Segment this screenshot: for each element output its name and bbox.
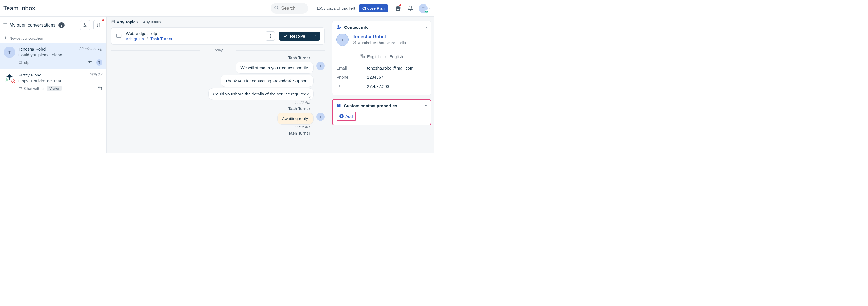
assignee-link[interactable]: Tash Turner (150, 36, 173, 41)
message-avatar: T (316, 62, 325, 70)
divider (312, 5, 312, 12)
svg-point-30 (339, 27, 341, 29)
trial-days-text: 1558 days of trial left (316, 6, 355, 10)
delivered-icon: ✓ (309, 69, 311, 73)
hamburger-icon[interactable] (3, 22, 8, 28)
conversation-item[interactable]: Fuzzy Plane 26th Jul Oops! Couldn't get … (0, 69, 106, 95)
center-column: Any Topic ▾ Any status ▾ Web widget - ot… (106, 17, 330, 153)
status-filter-label: Any status (143, 20, 161, 24)
sidebar-title[interactable]: My open conversations 2 (9, 22, 77, 28)
date-divider: Today (106, 48, 329, 52)
field-value: 1234567 (367, 75, 427, 80)
gifts-icon-button[interactable] (393, 3, 403, 13)
properties-icon (337, 103, 341, 108)
message-text: Thank you for contacting Freshdesk Suppo… (225, 79, 309, 83)
message-sender: Tash Turner (288, 131, 310, 135)
sidebar: My open conversations 2 Newest conversat… (0, 17, 106, 153)
sort-label: Newest conversation (9, 36, 43, 40)
contact-field-ip: IP 27.4.87.203 (336, 82, 427, 91)
resolve-dropdown-button[interactable] (310, 32, 320, 41)
check-icon (283, 34, 288, 38)
message-sender: Tash Turner (288, 56, 310, 60)
reply-icon[interactable] (88, 60, 93, 65)
user-menu[interactable]: T (418, 4, 431, 13)
sort-direction-icon (3, 36, 7, 41)
message-bubble: We will atend to you rrequest shortly. ✓ (236, 62, 313, 74)
field-value: 27.4.87.203 (367, 84, 427, 89)
conversation-avatar (4, 73, 15, 84)
conversation-list: T Tenesha Robel 33 minutes ag Could you … (0, 43, 106, 95)
card-title: Custom contact properties (344, 103, 422, 108)
ticket-title: Web widget - otp (126, 31, 261, 36)
message-group: Tash Turner We will atend to you rreques… (111, 56, 325, 105)
page-title: Team Inbox (3, 5, 35, 12)
field-value: tenesha.robel@mail.com (367, 65, 427, 71)
add-label: Add (345, 114, 353, 119)
status-filter[interactable]: Any status ▾ (143, 20, 164, 24)
message-text: Awaiting reply. (282, 116, 309, 121)
custom-properties-card: Custom contact properties ▾ + Add (332, 99, 431, 126)
reply-icon[interactable] (97, 85, 102, 91)
contact-name-link[interactable]: Tenesha Robel (352, 34, 386, 39)
message-group: Tash Turner Awaiting reply. T 11:12 AM (111, 106, 325, 129)
contact-location-text: Mumbai, Maharashtra, India (357, 41, 406, 45)
user-avatar: T (418, 4, 428, 13)
delivered-icon: ✓ (309, 95, 311, 99)
filter-bar: Any Topic ▾ Any status ▾ (106, 17, 329, 27)
contact-field-phone: Phone 1234567 (336, 73, 427, 82)
resolve-button-group: Resolve (279, 32, 320, 41)
lang-from: English (367, 54, 381, 59)
conversation-name: Tenesha Robel (19, 47, 46, 51)
sort-indicator-dot (102, 19, 104, 22)
svg-point-12 (85, 25, 86, 26)
right-panel: Contact info ▾ T Tenesha Robel Mumbai, M… (330, 17, 434, 153)
topic-filter-icon (111, 20, 115, 25)
chevron-down-icon: ▾ (425, 104, 427, 108)
message-sender: Tash Turner (288, 106, 310, 111)
topic-filter[interactable]: Any Topic ▾ (117, 20, 138, 24)
chevron-down-icon: ▾ (425, 25, 427, 29)
conversation-preview: Oops! Couldn't get that... (19, 79, 102, 83)
visitor-badge: Visitor (47, 86, 62, 91)
more-actions-button[interactable] (266, 31, 275, 41)
search-box[interactable] (271, 3, 308, 14)
message-avatar: T (316, 113, 325, 121)
date-divider-label: Today (213, 48, 223, 52)
lang-to: English (390, 54, 403, 59)
contact-info-header[interactable]: Contact info ▾ (333, 21, 431, 33)
web-widget-icon (116, 33, 122, 40)
contact-field-email: Email tenesha.robel@mail.com (336, 63, 427, 73)
sort-row[interactable]: Newest conversation (0, 33, 106, 43)
translation-row[interactable]: English → English (336, 50, 427, 63)
status-online-icon (425, 10, 428, 13)
svg-point-27 (270, 36, 271, 36)
choose-plan-button[interactable]: Choose Plan (359, 4, 388, 12)
assignee-avatar: T (96, 59, 102, 65)
chevron-down-icon (313, 34, 317, 38)
conversation-time: 33 minutes ag (80, 47, 102, 51)
svg-line-18 (12, 80, 14, 82)
add-group-link[interactable]: Add group (126, 36, 144, 41)
conversation-avatar: T (4, 47, 15, 58)
conversation-item[interactable]: T Tenesha Robel 33 minutes ag Could you … (0, 43, 106, 69)
chat-stream: Tash Turner We will atend to you rreques… (106, 54, 329, 137)
add-custom-property-button[interactable]: + Add (337, 112, 355, 121)
resolve-button[interactable]: Resolve (279, 32, 310, 41)
bell-icon-button[interactable] (405, 3, 415, 13)
arrow-right-icon: → (383, 54, 387, 59)
svg-rect-19 (19, 87, 22, 89)
web-widget-icon (19, 86, 22, 91)
sort-button[interactable] (93, 20, 103, 30)
message-bubble: Thank you for contacting Freshdesk Suppo… (221, 75, 313, 87)
search-input[interactable] (281, 6, 304, 11)
message-group: Tash Turner (111, 131, 325, 137)
message-timestamp: 11:12 AM (295, 125, 310, 129)
custom-properties-header[interactable]: Custom contact properties ▾ (333, 100, 431, 112)
top-bar: Team Inbox 1558 days of trial left Choos… (0, 0, 434, 17)
filter-button[interactable] (80, 20, 90, 30)
svg-point-35 (338, 104, 339, 105)
svg-point-14 (84, 26, 85, 27)
svg-rect-15 (19, 61, 22, 63)
svg-point-31 (354, 42, 355, 43)
conversation-name: Fuzzy Plane (19, 73, 41, 77)
